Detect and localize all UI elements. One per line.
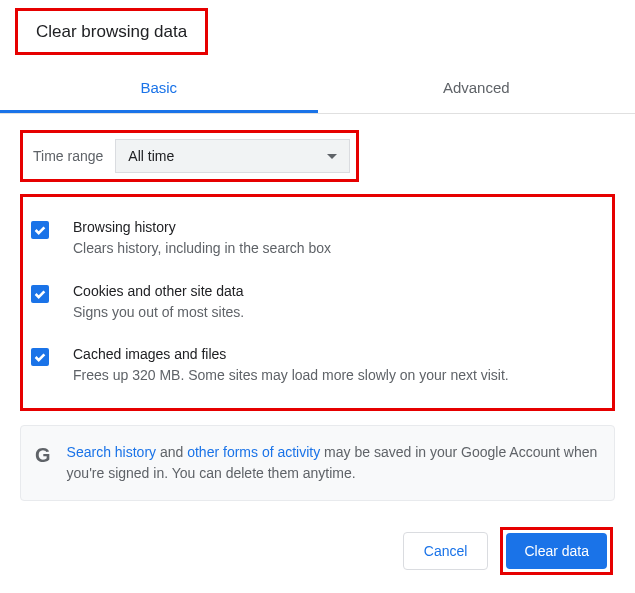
option-desc: Clears history, including in the search … — [73, 239, 604, 259]
time-range-value: All time — [128, 148, 174, 164]
option-cookies: Cookies and other site data Signs you ou… — [31, 271, 604, 335]
checkmark-icon — [33, 223, 47, 237]
checkbox-cookies[interactable] — [31, 285, 49, 303]
time-range-label: Time range — [33, 148, 103, 164]
option-title: Browsing history — [73, 219, 604, 235]
button-row: Cancel Clear data — [403, 527, 613, 575]
time-range-row: Time range All time — [20, 130, 359, 182]
clear-data-button[interactable]: Clear data — [506, 533, 607, 569]
other-activity-link[interactable]: other forms of activity — [187, 444, 320, 460]
chevron-down-icon — [327, 154, 337, 159]
tab-basic[interactable]: Basic — [0, 65, 318, 113]
tab-advanced[interactable]: Advanced — [318, 65, 636, 113]
info-text-mid: and — [156, 444, 187, 460]
option-cache: Cached images and files Frees up 320 MB.… — [31, 334, 604, 398]
time-range-select[interactable]: All time — [115, 139, 350, 173]
tabs: Basic Advanced — [0, 65, 635, 114]
option-desc: Frees up 320 MB. Some sites may load mor… — [73, 366, 604, 386]
google-icon: G — [35, 444, 51, 467]
checkbox-browsing-history[interactable] — [31, 221, 49, 239]
dialog-title: Clear browsing data — [15, 8, 208, 55]
info-box: G Search history and other forms of acti… — [20, 425, 615, 501]
checkmark-icon — [33, 350, 47, 364]
checkbox-cache[interactable] — [31, 348, 49, 366]
option-browsing-history: Browsing history Clears history, includi… — [31, 207, 604, 271]
option-title: Cookies and other site data — [73, 283, 604, 299]
clear-button-highlight: Clear data — [500, 527, 613, 575]
info-text: Search history and other forms of activi… — [67, 442, 600, 484]
search-history-link[interactable]: Search history — [67, 444, 156, 460]
option-desc: Signs you out of most sites. — [73, 303, 604, 323]
options-list: Browsing history Clears history, includi… — [20, 194, 615, 411]
checkmark-icon — [33, 287, 47, 301]
cancel-button[interactable]: Cancel — [403, 532, 489, 570]
option-title: Cached images and files — [73, 346, 604, 362]
